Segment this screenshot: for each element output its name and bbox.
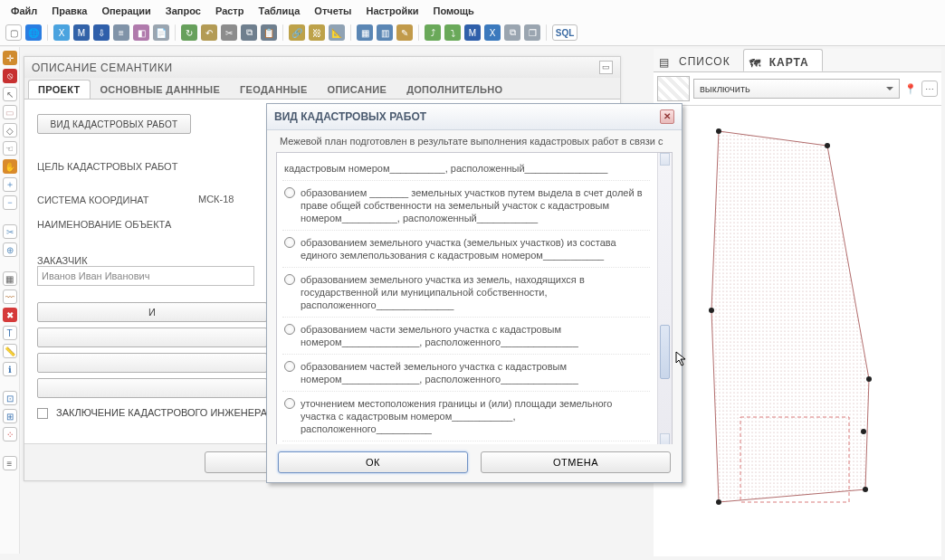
vtool-poly-icon[interactable]: ◇ [3, 123, 17, 138]
vtool-points-icon[interactable]: ⁘ [3, 427, 17, 441]
tool-grid-icon[interactable]: ▥ [377, 24, 393, 41]
cadastral-works-type-button[interactable]: ВИД КАДАСТРОВЫХ РАБОТ [37, 114, 191, 134]
tool-refresh-icon[interactable]: ↻ [181, 24, 197, 41]
tool-paste-icon[interactable]: 📋 [261, 24, 277, 41]
tab-map[interactable]: 🗺 КАРТА [743, 49, 823, 71]
tool-brush-icon[interactable]: ✎ [396, 24, 413, 41]
menu-query[interactable]: Запрос [160, 4, 206, 18]
vtool-list-icon[interactable]: ≡ [3, 456, 17, 470]
tool-clone-icon[interactable]: ⧉ [504, 24, 520, 41]
radio-icon[interactable] [284, 187, 295, 198]
option-row[interactable]: образованием _______ земельных участков … [282, 181, 650, 231]
map-mode-select[interactable]: выключить [693, 79, 900, 99]
expander-row-4[interactable] [37, 378, 267, 398]
radio-icon[interactable] [284, 324, 295, 335]
tab-basedata[interactable]: ОСНОВНЫЕ ДАНННЫЕ [91, 80, 231, 99]
radio-icon[interactable] [284, 237, 295, 248]
menu-ops[interactable]: Операции [96, 4, 156, 18]
vtool-info-icon[interactable]: ℹ [3, 362, 17, 376]
tool-export-down-icon[interactable]: ⤵ [444, 24, 461, 41]
vtool-delvertex-icon[interactable]: ✖ [3, 308, 17, 322]
expander-row-3[interactable] [37, 353, 267, 373]
tool-export-up-icon[interactable]: ⤴ [425, 24, 441, 41]
tab-extra[interactable]: ДОПОЛНИТЕЛЬНО [396, 80, 512, 99]
expander-row-1[interactable]: И [37, 302, 267, 322]
option-row[interactable]: кадастровым номером__________, расположе… [282, 157, 650, 181]
tool-stack-icon[interactable]: ❐ [524, 24, 540, 41]
tool-import-icon[interactable]: ⇩ [93, 24, 110, 41]
option-row[interactable]: уточнением местоположения границы и (или… [282, 392, 650, 441]
dialog-scrollbar[interactable] [657, 153, 672, 446]
pin-icon[interactable]: 📍 [903, 80, 918, 98]
vtool-text-icon[interactable]: T [3, 326, 17, 340]
vtool-rect-icon[interactable]: ▭ [3, 105, 17, 119]
scroll-thumb[interactable] [660, 325, 670, 379]
tab-description[interactable]: ОПИСАНИЕ [318, 80, 397, 99]
option-row[interactable]: образованием части земельного участка с … [282, 318, 650, 355]
vtool-fill-icon[interactable]: ▦ [3, 271, 17, 286]
menu-help[interactable]: Помощь [427, 4, 479, 18]
menu-reports[interactable]: Отчеты [309, 4, 357, 18]
option-row[interactable]: образованием земельного участка из земел… [282, 268, 650, 318]
vtool-merge-icon[interactable]: ⊕ [3, 242, 17, 257]
radio-icon[interactable] [284, 398, 295, 409]
dialog-titlebar[interactable]: ВИД КАДАСТРОВЫХ РАБОТ ✕ [267, 104, 682, 130]
tab-project[interactable]: ПРОЕКТ [28, 80, 91, 99]
tool-layers-icon[interactable]: ≡ [113, 24, 129, 41]
tool-measure-icon[interactable]: 📐 [329, 24, 345, 41]
vtool-break-icon[interactable]: ✂ [3, 224, 17, 239]
separator [3, 214, 17, 221]
vtool-grid-icon[interactable]: ⊞ [3, 409, 17, 423]
tool-link-icon[interactable]: 🔗 [289, 24, 305, 41]
option-row[interactable]: образованием частей земельного участка с… [282, 355, 650, 392]
tool-sql-button[interactable]: SQL [552, 24, 578, 41]
vtool-zoomin-icon[interactable]: ＋ [3, 177, 17, 192]
dialog-ok-button[interactable]: ОК [278, 451, 468, 473]
vtool-ruler-icon[interactable]: 📏 [3, 344, 17, 358]
tool-copy-icon[interactable]: ⧉ [241, 24, 257, 41]
vtool-pointer-icon[interactable]: ↖ [3, 87, 17, 101]
dialog-cancel-button[interactable]: ОТМЕНА [481, 451, 671, 473]
expander-row-2[interactable] [37, 327, 267, 347]
map-options-icon[interactable]: ⋯ [921, 81, 938, 97]
customer-input[interactable]: Иванов Иван Иванович [37, 266, 254, 286]
menu-edit[interactable]: Правка [46, 4, 92, 18]
map-thumbnail[interactable] [657, 76, 690, 101]
vtool-pan-icon[interactable]: ✋ [3, 159, 17, 174]
close-icon[interactable]: ✕ [660, 109, 674, 124]
tool-table-icon[interactable]: ▦ [357, 24, 373, 41]
tab-geodata[interactable]: ГЕОДАННЫЕ [230, 80, 317, 99]
vtool-path-icon[interactable]: 〰 [3, 289, 17, 304]
tool-save-xml-icon[interactable]: X [484, 24, 501, 41]
vtool-target-icon[interactable]: ✛ [3, 51, 17, 65]
menu-file[interactable]: Файл [5, 4, 43, 18]
option-text: образованием земельного участка (земельн… [301, 236, 648, 261]
engineer-conclusion-checkbox[interactable] [37, 408, 48, 419]
semantics-collapse-button[interactable]: ▭ [599, 61, 613, 74]
tool-undo-icon[interactable]: ↶ [201, 24, 217, 41]
vtool-zoomout-icon[interactable]: － [3, 195, 17, 210]
tool-new-icon[interactable]: ▢ [5, 24, 22, 41]
tool-xml-icon[interactable]: X [53, 24, 70, 41]
menu-table[interactable]: Таблица [253, 4, 305, 18]
vtool-noentry-icon[interactable]: ⦸ [3, 69, 17, 83]
radio-icon[interactable] [284, 274, 295, 285]
tool-save-mif-icon[interactable]: M [464, 24, 481, 41]
menu-raster[interactable]: Растр [210, 4, 250, 18]
tool-mif-icon[interactable]: M [73, 24, 90, 41]
vtool-pick-icon[interactable]: ☜ [3, 141, 17, 156]
radio-icon[interactable] [284, 361, 295, 372]
tool-world-icon[interactable]: 🌐 [25, 24, 42, 41]
tool-unlink-icon[interactable]: ⛓ [309, 24, 325, 41]
map-canvas[interactable] [654, 106, 941, 556]
tool-cut-icon[interactable]: ✂ [221, 24, 237, 41]
tab-list[interactable]: ▤ СПИСОК [654, 49, 743, 71]
scroll-up-icon[interactable] [660, 153, 670, 166]
map-header: выключить 📍 ⋯ [654, 72, 941, 106]
menu-settings[interactable]: Настройки [360, 4, 424, 18]
separator [47, 24, 48, 41]
tool-structure-icon[interactable]: ◧ [133, 24, 149, 41]
vtool-snap-icon[interactable]: ⊡ [3, 391, 17, 405]
option-row[interactable]: образованием земельного участка (земельн… [282, 231, 650, 268]
tool-doc-icon[interactable]: 📄 [153, 24, 169, 41]
